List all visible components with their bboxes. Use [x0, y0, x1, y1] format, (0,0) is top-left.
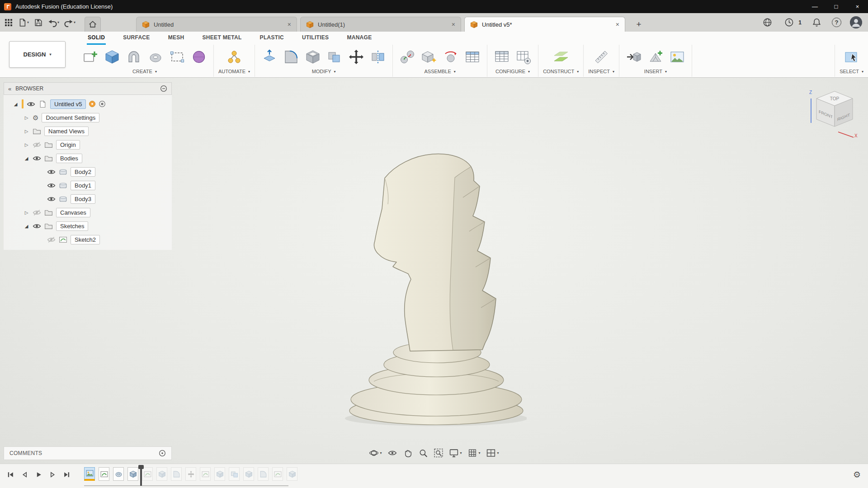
tree-node-document-settings[interactable]: ▷ ⚙ Document Settings — [4, 111, 172, 124]
file-menu-button[interactable]: ▾ — [16, 16, 31, 29]
minimize-button[interactable]: — — [804, 0, 826, 13]
tree-label[interactable]: Canvases — [56, 208, 90, 217]
sweep-button[interactable] — [124, 46, 144, 68]
collapse-panel-icon[interactable]: « — [8, 85, 11, 92]
joint-button[interactable] — [397, 46, 417, 68]
timeline-feature-sketch[interactable] — [142, 467, 153, 481]
step-forward-button[interactable] — [47, 469, 58, 480]
tree-node-canvases[interactable]: ▷ Canvases — [4, 206, 172, 219]
component-radio-icon[interactable] — [99, 100, 106, 108]
new-component-button[interactable] — [419, 46, 439, 68]
zoom-button[interactable] — [417, 447, 429, 459]
combine-button[interactable] — [325, 46, 344, 68]
visibility-eye-icon[interactable] — [47, 169, 56, 175]
tree-node-body2[interactable]: Body2 — [4, 165, 172, 178]
redo-button[interactable]: ▾ — [62, 16, 77, 29]
timeline-feature-combine[interactable] — [229, 467, 240, 481]
expand-arrow-icon[interactable]: ▷ — [24, 210, 29, 215]
tree-label[interactable]: Body3 — [71, 194, 95, 204]
fit-view-button[interactable] — [433, 447, 444, 459]
timeline-feature-extrude[interactable] — [127, 467, 138, 481]
pattern-button[interactable] — [167, 46, 187, 68]
visibility-eye-off-icon[interactable] — [33, 209, 41, 216]
create-sketch-button[interactable] — [80, 46, 100, 68]
tree-node-origin[interactable]: ▷ Origin — [4, 138, 172, 151]
save-button[interactable] — [32, 16, 45, 29]
workspace-selector[interactable]: DESIGN ▾ — [9, 41, 66, 68]
visibility-eye-icon[interactable] — [27, 101, 35, 108]
grid-settings-button[interactable]: ▾ — [467, 447, 481, 459]
group-label-assemble[interactable]: ASSEMBLE▾ — [424, 69, 455, 74]
construct-plane-button[interactable] — [551, 46, 571, 68]
play-button[interactable] — [33, 469, 44, 480]
expand-arrow-icon[interactable]: ◢ — [24, 224, 29, 229]
timeline-feature-sketch[interactable] — [200, 467, 211, 481]
undo-button[interactable]: ▾ — [46, 16, 61, 29]
tree-label[interactable]: Named Views — [44, 127, 89, 136]
box-button[interactable] — [102, 46, 122, 68]
expand-arrow-icon[interactable]: ◢ — [24, 156, 29, 161]
timeline-feature-canvas[interactable] — [84, 467, 95, 481]
timeline-settings-gear-icon[interactable]: ⚙ — [853, 470, 861, 479]
tree-label[interactable]: Document Settings — [42, 113, 99, 122]
configure-settings-button[interactable] — [514, 46, 533, 68]
timeline-feature-extrude[interactable] — [287, 467, 297, 481]
pan-button[interactable] — [402, 447, 413, 459]
home-tab-button[interactable] — [85, 17, 101, 32]
timeline-feature-fillet[interactable] — [258, 467, 269, 481]
move-copy-button[interactable] — [346, 46, 366, 68]
tab-label[interactable]: Untitled v5* — [482, 21, 512, 28]
group-label-create[interactable]: CREATE▾ — [132, 69, 157, 74]
orbit-button[interactable]: ▾ — [368, 447, 382, 459]
expand-comments-icon[interactable] — [159, 450, 166, 457]
visibility-eye-icon[interactable] — [33, 155, 41, 162]
tree-label[interactable]: Origin — [56, 140, 80, 150]
position-badge-icon[interactable] — [89, 101, 95, 107]
visibility-eye-icon[interactable] — [47, 182, 56, 189]
group-label-select[interactable]: SELECT▾ — [840, 69, 863, 74]
tree-label[interactable]: Sketch2 — [71, 235, 100, 244]
new-tab-button[interactable]: + — [632, 18, 646, 31]
tab-sheet-metal[interactable]: SHEET METAL — [202, 32, 243, 45]
insert-canvas-button[interactable] — [667, 46, 687, 68]
shell-button[interactable] — [303, 46, 323, 68]
insert-derive-button[interactable] — [624, 46, 644, 68]
collapse-all-icon[interactable] — [160, 85, 167, 92]
configuration-table-button[interactable] — [492, 46, 512, 68]
viewcube[interactable]: Z X TOP FRONT RIGHT — [806, 87, 860, 141]
tab-solid[interactable]: SOLID — [87, 32, 106, 45]
tree-node-root[interactable]: ◢ Untitled v5 — [4, 97, 172, 111]
timeline-feature-extrude[interactable] — [156, 467, 167, 481]
expand-arrow-icon[interactable]: ▷ — [24, 142, 29, 147]
timeline-position-marker[interactable] — [140, 467, 142, 486]
document-tab-untitled-v5[interactable]: Untitled v5* × — [464, 17, 625, 32]
tree-label-root[interactable]: Untitled v5 — [50, 99, 86, 109]
tab-mesh[interactable]: MESH — [167, 32, 185, 45]
timeline-feature-sketch[interactable] — [272, 467, 283, 481]
expand-arrow-icon[interactable]: ◢ — [13, 102, 19, 107]
tree-node-body1[interactable]: Body1 — [4, 178, 172, 192]
go-to-start-button[interactable] — [5, 469, 16, 480]
timeline-feature-extrude[interactable] — [214, 467, 225, 481]
app-grid-icon[interactable] — [3, 16, 14, 29]
bom-table-button[interactable] — [462, 46, 482, 68]
timeline-feature-fillet[interactable] — [171, 467, 182, 481]
timeline-feature-sketch[interactable] — [99, 467, 109, 481]
tree-label[interactable]: Body1 — [71, 181, 95, 190]
tree-label[interactable]: Bodies — [56, 154, 82, 163]
group-label-inspect[interactable]: INSPECT▾ — [588, 69, 614, 74]
insert-mesh-button[interactable] — [646, 46, 665, 68]
tree-label[interactable]: Body2 — [71, 167, 95, 177]
tree-node-body3[interactable]: Body3 — [4, 192, 172, 206]
group-label-configure[interactable]: CONFIGURE▾ — [495, 69, 530, 74]
step-back-button[interactable] — [19, 469, 30, 480]
tree-label[interactable]: Sketches — [56, 221, 88, 231]
comments-bar[interactable]: COMMENTS — [4, 446, 172, 460]
press-pull-button[interactable] — [259, 46, 279, 68]
joint-motion-button[interactable] — [441, 46, 461, 68]
measure-button[interactable] — [591, 46, 611, 68]
create-form-button[interactable] — [189, 46, 209, 68]
tree-node-sketches[interactable]: ◢ Sketches — [4, 219, 172, 233]
group-label-insert[interactable]: INSERT▾ — [644, 69, 667, 74]
model-viewport[interactable]: Z X TOP FRONT RIGHT « BROWSER ◢ — [0, 78, 868, 464]
